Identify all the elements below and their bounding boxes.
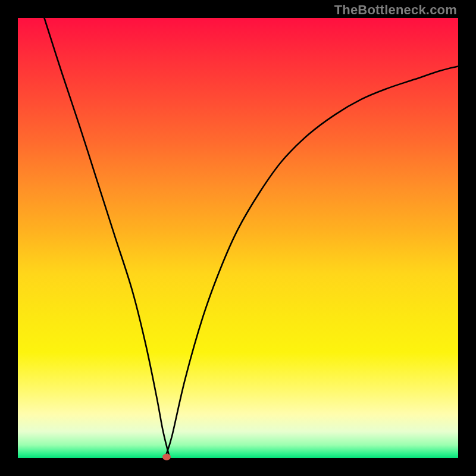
attribution-label: TheBottleneck.com	[334, 2, 457, 18]
plot-area	[18, 18, 458, 458]
bottleneck-curve	[18, 18, 458, 458]
minimum-marker	[162, 453, 171, 460]
chart-frame: TheBottleneck.com	[0, 0, 476, 476]
